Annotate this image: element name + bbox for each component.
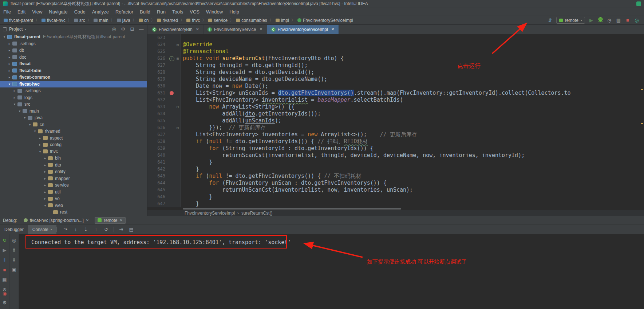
tree-collapsed-arrow[interactable]: ▸ <box>43 177 47 180</box>
tree-expanded-arrow[interactable]: ▾ <box>23 116 27 120</box>
menu-navigate[interactable]: Navigate <box>46 8 71 16</box>
tree-collapsed-arrow[interactable]: ▸ <box>38 136 42 140</box>
tree-item-flvcat-parent[interactable]: ▾flvcat-parentE:\workplace\阜外耗材柜项目\flvca… <box>0 34 147 40</box>
frame-up-icon[interactable]: ⇑ <box>12 248 16 253</box>
warning-tick[interactable] <box>641 123 643 124</box>
breadcrumb-item-impl[interactable]: impl <box>276 18 289 23</box>
line-number[interactable]: 630 <box>147 83 169 90</box>
code-line-635[interactable]: 635 addAll(unScanIds); <box>147 117 644 124</box>
stop-debug-icon[interactable]: ■ <box>3 267 6 273</box>
tree-expanded-arrow[interactable]: ▾ <box>43 204 47 207</box>
tree-collapsed-arrow[interactable]: ▸ <box>12 89 17 93</box>
breadcrumb-item-consumables[interactable]: consumables <box>236 18 267 23</box>
view-breakpoints-icon[interactable]: ◉ <box>3 291 7 296</box>
editor-tab-FhvcInventoryService[interactable]: IFhvcInventoryService✕ <box>204 25 267 34</box>
line-number[interactable]: 634 <box>147 110 169 117</box>
tree-item-logs[interactable]: ▸logs <box>0 94 147 101</box>
debug-session-tab-remote[interactable]: remote✕ <box>95 217 126 224</box>
debug-icon[interactable] <box>597 17 603 23</box>
tree-item-vo[interactable]: ▸vo <box>0 195 147 202</box>
code-line-626[interactable]: 626⊟public void sureReturnCst(FhvcInvent… <box>147 55 644 62</box>
line-number[interactable]: 627 <box>147 62 169 69</box>
breakpoint-icon[interactable] <box>169 90 175 97</box>
menu-file[interactable]: File <box>0 8 14 16</box>
line-number[interactable]: 624 <box>147 41 169 48</box>
menu-tools[interactable]: Tools <box>169 8 186 16</box>
breadcrumb-item-src[interactable]: src <box>74 18 85 23</box>
tree-item-dto[interactable]: ▸dto <box>0 162 147 169</box>
line-number[interactable]: 626 <box>147 55 169 62</box>
line-number[interactable]: 629 <box>147 76 169 83</box>
locate-icon[interactable]: ◎ <box>111 26 117 32</box>
fold-marker[interactable]: ⊟ <box>175 41 181 48</box>
play-icon[interactable]: ▶ <box>588 17 594 23</box>
step-out-icon[interactable]: ↑ <box>93 227 99 232</box>
tree-item-rest[interactable]: rest <box>0 209 147 216</box>
line-number[interactable]: 623 <box>147 34 169 41</box>
tree-item-cn[interactable]: ▾cn <box>0 121 147 128</box>
coverage-icon[interactable]: ▥ <box>616 17 621 23</box>
tree-item-doc[interactable]: ▸doc <box>0 54 147 61</box>
debug-console[interactable]: Connected to the target VM, address: '19… <box>19 234 644 309</box>
code-line-640[interactable]: 640 returnScanCst(inventorielist, thingI… <box>147 152 644 159</box>
breadcrumb-item-cn[interactable]: cn <box>139 18 149 23</box>
frame-down-icon[interactable]: ⇓ <box>12 258 16 263</box>
menu-run[interactable]: Run <box>154 8 169 16</box>
pause-icon[interactable]: ‖ <box>4 258 5 263</box>
debug-session-tab-flvcat-hvc [spring-bootrun...][interactable]: flvcat-hvc [spring-bootrun...]✕ <box>21 217 92 224</box>
tree-item-src[interactable]: ▾src <box>0 101 147 108</box>
tree-item-fhvc[interactable]: ▾fhvc <box>0 148 147 155</box>
line-number[interactable]: 628 <box>147 69 169 76</box>
tree-item-flvcat-hvc[interactable]: ▾flvcat-hvc <box>0 81 147 88</box>
tree-collapsed-arrow[interactable]: ▸ <box>12 96 17 99</box>
editor-tab-FhvcInventoryBlh[interactable]: CFhvcInventoryBlh✕ <box>148 25 204 34</box>
code-line-629[interactable]: 629 String deviceName = dto.getDeviceNam… <box>147 76 644 83</box>
tree-item-blh[interactable]: ▸blh <box>0 155 147 162</box>
line-number[interactable]: 636 <box>147 124 169 131</box>
tree-expanded-arrow[interactable]: ▾ <box>33 129 37 133</box>
code-line-646[interactable]: 646 } <box>147 193 644 200</box>
editor-tab-FhvcInventoryServiceImpl[interactable]: CFhvcInventoryServiceImpl✕ <box>267 25 339 34</box>
tree-collapsed-arrow[interactable]: ▸ <box>43 190 47 194</box>
line-number[interactable]: 638 <box>147 138 169 145</box>
line-number[interactable]: 631 <box>147 90 169 97</box>
tree-item-entity[interactable]: ▸entity <box>0 168 147 175</box>
step-over-icon[interactable]: ↷ <box>63 227 68 232</box>
tree-expanded-arrow[interactable]: ▾ <box>12 102 17 106</box>
tree-collapsed-arrow[interactable]: ▸ <box>7 69 12 73</box>
tree-item-.settings[interactable]: ▸.settings <box>0 87 147 94</box>
code-line-639[interactable]: 639 for (String inventoryId : dto.getInv… <box>147 145 644 152</box>
breadcrumb-item-flvcat-hvc[interactable]: flvcat-hvc <box>42 18 66 23</box>
line-number[interactable]: 635 <box>147 117 169 124</box>
tree-collapsed-arrow[interactable]: ▸ <box>7 42 12 46</box>
force-step-into-icon[interactable]: ⇣ <box>83 227 89 232</box>
tree-collapsed-arrow[interactable]: ▸ <box>7 75 12 79</box>
close-tab-icon[interactable]: ✕ <box>331 27 335 32</box>
line-number[interactable]: 644 <box>147 180 169 187</box>
tree-item-util[interactable]: ▸util <box>0 189 147 196</box>
menu-analyze[interactable]: Analyze <box>89 8 112 16</box>
code-line-642[interactable]: 642 } <box>147 166 644 173</box>
editor-breadcrumb-item[interactable]: FhvcInventoryServiceImpl <box>185 211 235 216</box>
tree-collapsed-arrow[interactable]: ▸ <box>7 55 12 59</box>
chevron-down-icon[interactable]: ▾ <box>25 28 26 31</box>
resume-icon[interactable]: ▶ <box>3 248 7 253</box>
code-editor[interactable]: 623624⊟@Override625@Transactional626⊟pub… <box>147 34 644 207</box>
tree-item-.settings[interactable]: ▸.settings <box>0 40 147 47</box>
code-line-634[interactable]: 634 addAll(dto.getInventoryIds()); <box>147 110 644 117</box>
step-into-icon[interactable]: ↓ <box>73 227 79 232</box>
build-icon[interactable]: ⇵ <box>547 17 553 23</box>
tree-expanded-arrow[interactable]: ▾ <box>28 123 32 126</box>
code-line-624[interactable]: 624⊟@Override <box>147 41 644 48</box>
tab-debugger[interactable]: Debugger <box>0 225 28 234</box>
tree-item-aspect[interactable]: ▸aspect <box>0 135 147 142</box>
menu-view[interactable]: View <box>29 8 46 16</box>
tree-item-config[interactable]: ▸config <box>0 141 147 148</box>
collapse-all-icon[interactable]: ⊟ <box>129 26 135 32</box>
line-number[interactable]: 643 <box>147 173 169 180</box>
breadcrumb-item-main[interactable]: main <box>94 18 108 23</box>
evaluate-expression-icon[interactable]: ▤ <box>129 227 134 232</box>
tree-collapsed-arrow[interactable]: ▸ <box>43 170 47 173</box>
line-number[interactable]: 633 <box>147 103 169 110</box>
tab-console[interactable]: Console ▾ <box>28 225 56 234</box>
